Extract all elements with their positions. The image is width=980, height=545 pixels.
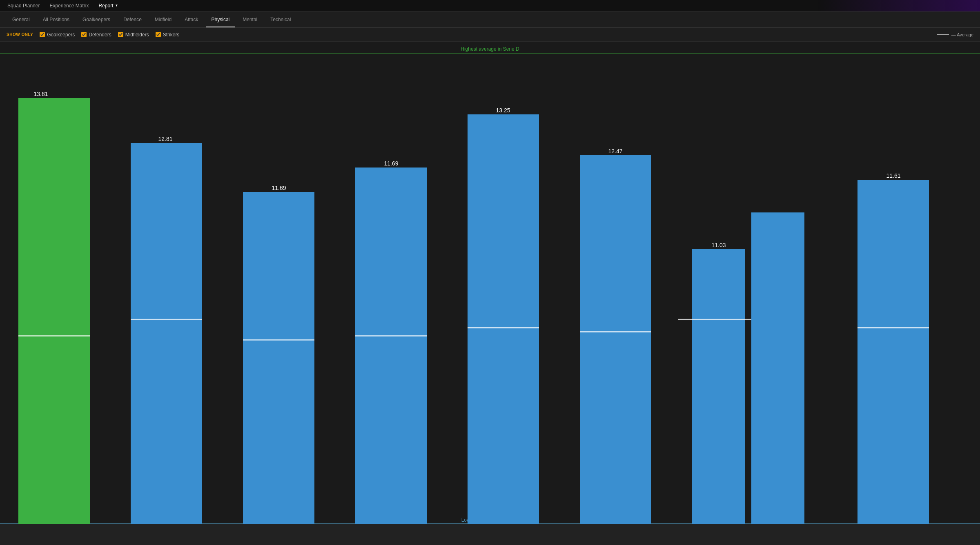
filter-checkboxes: Goalkeepers Defenders Midfielders Strike… (40, 32, 179, 38)
bar-str-value: 11.61 (886, 172, 900, 179)
tab-attack[interactable]: Attack (179, 11, 204, 27)
tab-midfield[interactable]: Midfield (149, 11, 177, 27)
tab-defence[interactable]: Defence (118, 11, 147, 27)
legend-average-label: — Average (951, 32, 973, 37)
bar-jum (355, 168, 427, 524)
nav-experience-matrix[interactable]: Experience Matrix (45, 0, 93, 11)
bar-fit-value: 13.25 (496, 107, 510, 114)
highest-average-label: Highest average in Serie D (461, 46, 519, 52)
chart-legend: — Average (937, 32, 973, 37)
axis-area (0, 524, 980, 545)
nav-report[interactable]: Report (94, 0, 122, 11)
bar-agi (131, 143, 202, 524)
bar-sta-left-value: 11.03 (711, 242, 726, 248)
bar-bal (243, 192, 314, 524)
top-nav: Squad Planner Experience Matrix Report (0, 0, 980, 11)
bar-pac-value: 12.47 (608, 148, 622, 154)
show-only-bar: SHOW ONLY Goalkeepers Defenders Midfield… (0, 28, 980, 42)
bar-bal-value: 11.69 (272, 185, 286, 191)
bar-str (858, 180, 929, 524)
nav-squad-planner[interactable]: Squad Planner (3, 0, 44, 11)
tab-technical[interactable]: Technical (265, 11, 296, 27)
tab-all-positions[interactable]: All Positions (37, 11, 75, 27)
bar-acc-value: 13.81 (33, 91, 48, 97)
bar-jum-value: 11.69 (384, 160, 398, 167)
bar-chart: Highest average in Serie D Lowest averag… (0, 42, 980, 545)
bar-sta-right (751, 212, 804, 524)
legend-line-icon (937, 34, 949, 35)
filter-midfielders[interactable]: Midfielders (118, 32, 149, 38)
bar-fit (468, 114, 539, 524)
filter-goalkeepers[interactable]: Goalkeepers (40, 32, 75, 38)
filter-goalkeepers-label: Goalkeepers (47, 32, 75, 38)
show-only-label: SHOW ONLY (7, 32, 33, 37)
filter-strikers[interactable]: Strikers (156, 32, 180, 38)
filter-defenders-label: Defenders (89, 32, 111, 38)
tab-general[interactable]: General (7, 11, 36, 27)
tab-goalkeepers[interactable]: Goalkeepers (77, 11, 116, 27)
tab-mental[interactable]: Mental (237, 11, 263, 27)
bar-agi-value: 12.81 (158, 136, 172, 142)
chart-area: Highest average in Serie D Lowest averag… (0, 42, 980, 545)
tab-physical[interactable]: Physical (206, 11, 236, 27)
bar-sta-left (692, 249, 745, 524)
filter-midfielders-label: Midfielders (125, 32, 149, 38)
tab-bar: General All Positions Goalkeepers Defenc… (0, 11, 980, 28)
bar-acc (18, 98, 90, 524)
bar-pac (580, 155, 651, 524)
filter-defenders[interactable]: Defenders (81, 32, 111, 38)
filter-strikers-label: Strikers (163, 32, 180, 38)
